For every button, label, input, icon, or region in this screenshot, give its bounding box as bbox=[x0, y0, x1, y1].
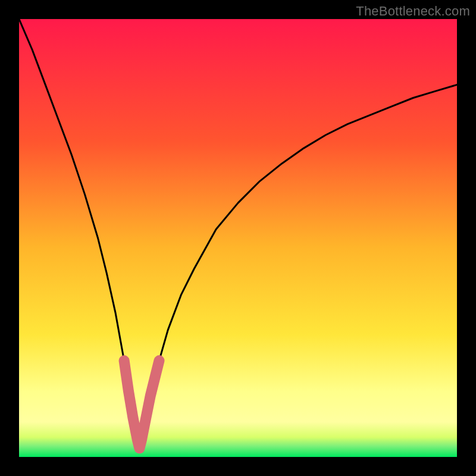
accent-highlight bbox=[19, 19, 457, 457]
watermark-text: TheBottleneck.com bbox=[356, 4, 470, 19]
chart-frame bbox=[19, 19, 457, 457]
accent-path bbox=[124, 361, 159, 448]
